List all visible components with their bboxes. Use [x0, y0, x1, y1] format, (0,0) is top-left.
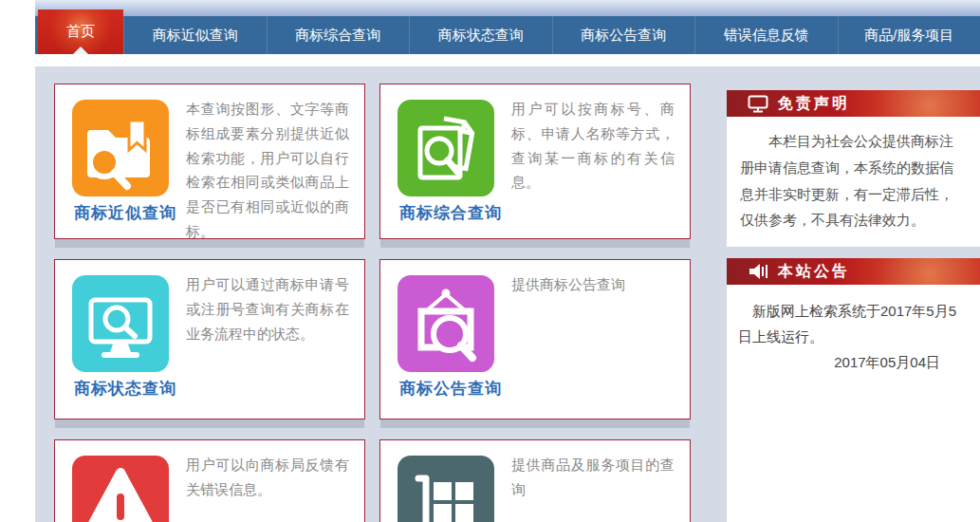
documents-search-icon	[398, 100, 494, 196]
folder-search-icon	[72, 100, 169, 196]
disclaimer-panel: 免责声明 本栏目为社会公众提供商标注册申请信息查询，本系统的数据信息并非实时更新…	[727, 90, 980, 247]
cart-icon	[398, 456, 494, 522]
nav-tab-goods-services[interactable]: 商品/服务项目	[838, 16, 980, 54]
card-similar-query[interactable]: 商标近似查询 本查询按图形、文字等商标组成要素分别提供近似检索功能，用户可以自行…	[54, 84, 365, 239]
card-comprehensive-query-desc: 用户可以按商标号、商标、申请人名称等方式，查询某一商标的有关信息。	[511, 84, 690, 195]
card-similar-query-title[interactable]: 商标近似查询	[74, 202, 197, 224]
nav-tab-comprehensive-query[interactable]: 商标综合查询	[267, 16, 410, 54]
speaker-icon	[748, 263, 768, 280]
nav-tab-error-feedback[interactable]: 错误信息反馈	[694, 16, 838, 54]
card-goods-services-desc: 提供商品及服务项目的查询	[511, 440, 690, 502]
warning-icon	[72, 456, 169, 522]
card-gazette-query-desc: 提供商标公告查询	[511, 260, 690, 297]
nav-tab-similar-query[interactable]: 商标近似查询	[123, 16, 267, 54]
frame-search-icon	[398, 275, 494, 372]
nav-tab-home[interactable]: 首页	[38, 9, 123, 54]
query-cards-grid: 商标近似查询 本查询按图形、文字等商标组成要素分别提供近似检索功能，用户可以自行…	[54, 84, 692, 522]
nav-tab-gazette-query[interactable]: 商标公告查询	[552, 16, 695, 54]
card-error-feedback-desc: 用户可以向商标局反馈有关错误信息。	[186, 440, 364, 502]
card-error-feedback[interactable]: 用户可以向商标局反馈有关错误信息。	[54, 439, 365, 522]
card-status-query-title[interactable]: 商标状态查询	[74, 378, 197, 400]
card-goods-services[interactable]: 提供商品及服务项目的查询	[379, 439, 691, 522]
top-gradient-strip	[35, 0, 980, 16]
card-status-query-desc: 用户可以通过商标申请号或注册号查询有关商标在业务流程中的状态。	[186, 260, 364, 345]
disclaimer-title: 免责声明	[778, 94, 850, 114]
card-gazette-query[interactable]: 商标公告查询 提供商标公告查询	[379, 259, 691, 419]
disclaimer-header: 免责声明	[727, 90, 980, 117]
card-comprehensive-query-title[interactable]: 商标综合查询	[399, 202, 523, 224]
nav-tab-status-query[interactable]: 商标状态查询	[409, 16, 552, 54]
main-navbar: 首页 商标近似查询 商标综合查询 商标状态查询 商标公告查询 错误信息反馈 商品…	[35, 16, 980, 54]
announcement-body: 新版网上检索系统于2017年5月5日上线运行。 2017年05月04日	[727, 285, 980, 522]
card-status-query[interactable]: 商标状态查询 用户可以通过商标申请号或注册号查询有关商标在业务流程中的状态。	[54, 259, 365, 419]
announcement-date: 2017年05月04日	[738, 349, 967, 375]
disclaimer-text: 本栏目为社会公众提供商标注册申请信息查询，本系统的数据信息并非实时更新，有一定滞…	[740, 128, 965, 233]
card-comprehensive-query[interactable]: 商标综合查询 用户可以按商标号、商标、申请人名称等方式，查询某一商标的有关信息。	[379, 84, 691, 239]
right-sidebar: 免责声明 本栏目为社会公众提供商标注册申请信息查询，本系统的数据信息并非实时更新…	[727, 84, 980, 522]
monitor-icon	[748, 95, 768, 113]
announcement-header: 本站公告	[727, 258, 980, 285]
announcement-title: 本站公告	[778, 262, 850, 282]
monitor-search-icon	[72, 275, 169, 372]
card-gazette-query-title[interactable]: 商标公告查询	[399, 378, 523, 400]
card-similar-query-desc: 本查询按图形、文字等商标组成要素分别提供近似检索功能，用户可以自行检索在相同或类…	[186, 84, 364, 244]
announcement-panel: 本站公告 新版网上检索系统于2017年5月5日上线运行。 2017年05月04日	[727, 258, 980, 522]
disclaimer-body: 本栏目为社会公众提供商标注册申请信息查询，本系统的数据信息并非实时更新，有一定滞…	[727, 117, 980, 247]
announcement-text[interactable]: 新版网上检索系统于2017年5月5日上线运行。	[738, 298, 967, 349]
